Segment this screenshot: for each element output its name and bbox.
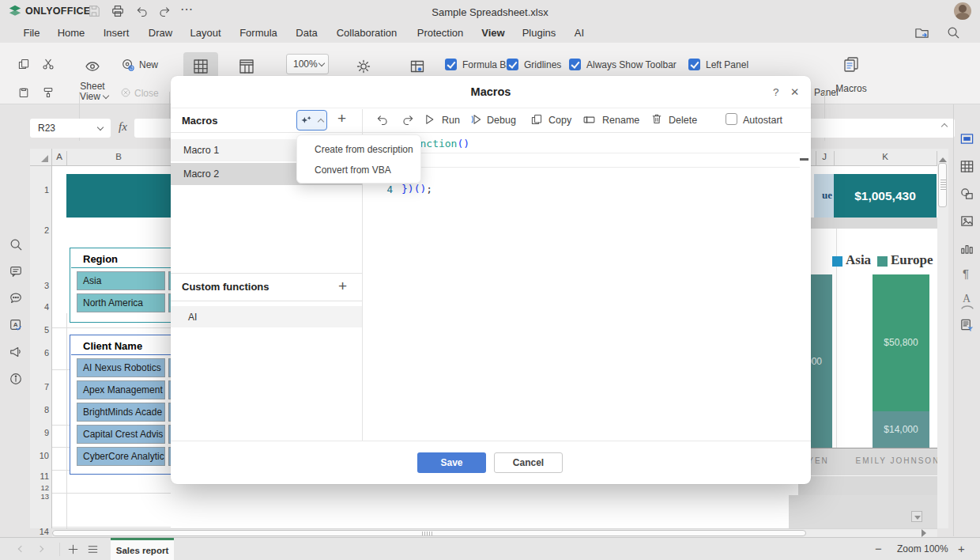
run-button-label[interactable]: Run [442, 115, 460, 126]
add-macro-button[interactable]: + [337, 110, 346, 127]
close-sheet-view-icon[interactable] [120, 87, 131, 98]
page-layout-view-icon[interactable] [238, 58, 255, 75]
right-panel-checkbox-label-partial[interactable]: Panel [814, 87, 839, 98]
banner-cell-left[interactable] [66, 174, 171, 218]
vertical-scrollbar[interactable] [937, 149, 948, 528]
column-header-j[interactable]: J [822, 152, 827, 161]
code-line-4[interactable]: })(); [401, 183, 432, 195]
scroll-right-arrow-icon[interactable] [922, 529, 930, 537]
menu-home[interactable]: Home [58, 27, 85, 39]
row-header[interactable]: 10 [30, 451, 49, 460]
menu-layout[interactable]: Layout [190, 27, 220, 39]
print-icon[interactable] [111, 4, 125, 18]
row-header[interactable]: 6 [30, 348, 49, 358]
delete-icon[interactable] [650, 112, 663, 125]
more-actions-icon[interactable]: ⋯ [180, 2, 193, 17]
copy-button-label[interactable]: Copy [548, 115, 571, 126]
dialog-redo-icon[interactable] [401, 113, 415, 127]
autostart-checkbox-label[interactable]: Autostart [743, 115, 782, 126]
gridlines-checkbox-label[interactable]: Gridlines [524, 59, 561, 70]
autostart-checkbox[interactable] [726, 113, 737, 125]
macros-icon[interactable] [842, 55, 860, 73]
slicer-item-ai-nexus[interactable]: AI Nexus Robotics [77, 358, 165, 377]
always-show-toolbar-checkbox[interactable] [569, 59, 581, 70]
ai-macro-button[interactable] [296, 110, 327, 131]
menu-formula[interactable]: Formula [239, 27, 277, 39]
menu-item-convert-from-vba[interactable]: Convert from VBA [297, 160, 420, 180]
fx-icon[interactable]: fx [119, 120, 127, 134]
sheet-view-label-line2[interactable]: View [80, 91, 100, 102]
rename-icon[interactable] [582, 113, 596, 127]
gridlines-checkbox[interactable] [507, 59, 518, 70]
scroll-up-arrow-icon[interactable] [939, 153, 947, 162]
macros-button-label[interactable]: Macros [835, 83, 866, 94]
slicer-item-cybercore[interactable]: CyberCore Analytic [77, 447, 165, 466]
menu-view-active[interactable]: View [481, 27, 504, 39]
column-header-k[interactable]: K [882, 152, 888, 161]
zoom-select[interactable]: 100% [286, 54, 329, 74]
open-file-location-icon[interactable] [914, 25, 929, 40]
save-button[interactable]: Save [417, 452, 486, 473]
slicer-item-capital-crest[interactable]: Capital Crest Advis [77, 425, 165, 444]
add-custom-function-button[interactable]: + [338, 278, 347, 295]
sheet-view-label-line1[interactable]: Sheet [80, 81, 104, 92]
avatar[interactable] [954, 2, 971, 20]
image-settings-icon[interactable] [959, 214, 974, 229]
column-header-b[interactable]: B [115, 152, 122, 161]
code-editor[interactable]: 1 (function() 4 })(); [363, 133, 811, 441]
redo-icon[interactable] [158, 5, 172, 18]
menu-plugins[interactable]: Plugins [522, 27, 556, 39]
undo-icon[interactable] [135, 5, 149, 18]
row-header[interactable]: 9 [30, 428, 49, 437]
close-sheet-view-label[interactable]: Close [134, 88, 159, 99]
cancel-button[interactable]: Cancel [494, 452, 563, 473]
paste-icon[interactable] [17, 86, 30, 99]
vertical-scrollbar-thumb[interactable] [938, 163, 947, 207]
menu-collaboration[interactable]: Collaboration [337, 27, 398, 39]
zoom-level-label[interactable]: Zoom 100% [897, 543, 948, 554]
cut-icon[interactable] [42, 58, 55, 70]
normal-view-icon[interactable] [192, 58, 209, 75]
row-header[interactable]: 7 [30, 382, 49, 392]
row-header[interactable]: 3 [30, 281, 49, 290]
delete-button-label[interactable]: Delete [669, 115, 697, 126]
row-headers[interactable]: 1 2 3 4 5 6 7 8 9 10 11 12 13 14 [30, 166, 52, 528]
menu-ai[interactable]: AI [575, 27, 584, 39]
table-settings-icon[interactable] [959, 159, 974, 174]
copy-icon[interactable] [17, 58, 30, 70]
menu-item-create-from-description[interactable]: Create from description [297, 139, 420, 160]
banner-cell-k[interactable]: $1,005,430 [834, 174, 937, 218]
custom-function-item-ai[interactable]: AI [171, 306, 362, 327]
slicer-item-north-america[interactable]: North America [77, 293, 165, 312]
chart-settings-icon[interactable] [959, 240, 974, 255]
sheet-tab-sales-report[interactable]: Sales report [111, 538, 174, 560]
add-sheet-icon[interactable] [67, 543, 79, 555]
slicer-settings-icon[interactable] [959, 318, 974, 333]
dialog-close-button[interactable]: ✕ [790, 85, 799, 98]
menu-draw[interactable]: Draw [149, 27, 172, 39]
paragraph-settings-icon[interactable]: ¶ [963, 267, 969, 280]
pivot-filter-button[interactable] [911, 511, 922, 522]
dialog-help-button[interactable]: ? [773, 86, 779, 98]
row-header[interactable]: 1 [30, 185, 49, 195]
sheet-view-icon[interactable] [85, 59, 100, 74]
format-painter-icon[interactable] [42, 86, 55, 99]
menu-insert[interactable]: Insert [104, 27, 130, 39]
horizontal-scrollbar[interactable] [52, 528, 937, 537]
formula-bar-checkbox[interactable] [445, 59, 457, 70]
column-header-a[interactable]: A [56, 152, 62, 161]
row-header[interactable]: 4 [30, 302, 49, 312]
always-show-toolbar-checkbox-label[interactable]: Always Show Toolbar [586, 59, 677, 70]
menu-protection[interactable]: Protection [417, 27, 464, 39]
sheet-list-icon[interactable] [87, 543, 99, 555]
slicer-item-asia[interactable]: Asia [77, 271, 165, 290]
name-box[interactable]: R23 [30, 119, 111, 138]
save-icon[interactable] [87, 4, 101, 18]
row-header[interactable]: 5 [30, 325, 49, 335]
menu-file[interactable]: File [24, 27, 40, 39]
slicer-item-apex[interactable]: Apex Management [77, 380, 165, 399]
slicer-item-brightminds[interactable]: BrightMinds Acade [77, 403, 165, 422]
row-header[interactable]: 2 [30, 225, 49, 235]
shape-settings-icon[interactable] [959, 187, 974, 202]
next-sheet-icon[interactable] [37, 546, 43, 552]
